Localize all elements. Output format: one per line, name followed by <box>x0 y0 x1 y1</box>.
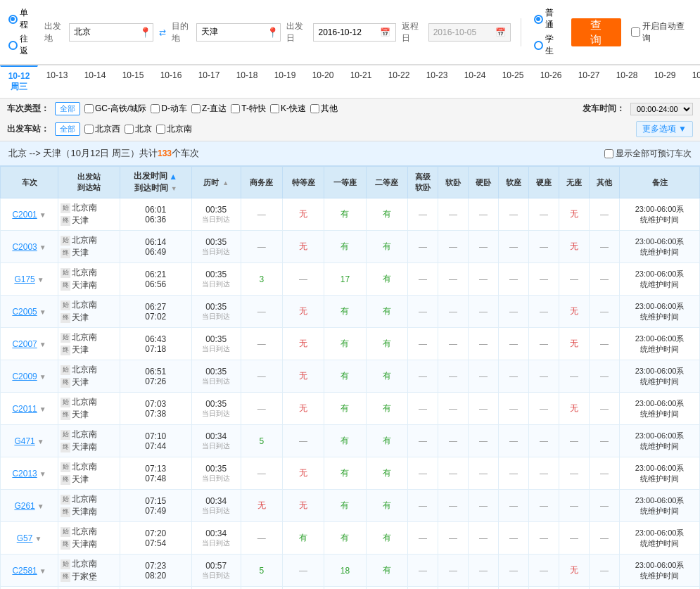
train-dropdown-7[interactable]: ▼ <box>37 438 44 445</box>
filter-t[interactable]: T-特快 <box>231 103 266 115</box>
train-num-link-9[interactable]: G261 <box>14 501 34 511</box>
train-dropdown-2[interactable]: ▼ <box>37 276 44 284</box>
to-station-0: 天津 <box>72 215 89 227</box>
date-tab-16[interactable]: 10-28 <box>608 65 646 98</box>
train-dropdown-9[interactable]: ▼ <box>37 502 44 510</box>
train-num-link-1[interactable]: C2003 <box>12 242 37 252</box>
round-trip-radio[interactable]: 往返 <box>8 33 36 57</box>
filter-row-2: 出发车站： 全部 北京西 北京 北京南 更多选项 ▼ <box>7 121 693 137</box>
from-station-5: 北京南 <box>72 364 97 376</box>
date-tab-2[interactable]: 10-14 <box>76 65 114 98</box>
depart-date-box[interactable]: 📅 <box>313 23 395 42</box>
train-dropdown-8[interactable]: ▼ <box>39 470 46 478</box>
station-bj[interactable]: 北京 <box>125 123 152 135</box>
from-field-group: 出发地 📍 <box>44 20 153 44</box>
station-all-btn[interactable]: 全部 <box>55 122 80 136</box>
to-input-box[interactable]: 📍 <box>196 23 281 42</box>
depart-time-5: 06:51 <box>122 367 189 376</box>
train-dropdown-0[interactable]: ▼ <box>39 211 46 219</box>
cell-wz-0: 无 <box>559 198 590 231</box>
from-station-icon-3: 始 <box>61 300 70 310</box>
time-select[interactable]: 00:00-24:00 <box>630 103 693 115</box>
table-header-row: 车次 出发站到达站 出发时间▲ 到达时间▼ 历时 ▲ 商务座 特等座 一等座 二… <box>1 167 700 198</box>
cell-note-4: 23:00-06:00系统维护时间 <box>620 328 700 360</box>
cell-qt-12: — <box>590 587 620 590</box>
date-tab-8[interactable]: 10-20 <box>304 65 342 98</box>
date-tab-15[interactable]: 10-27 <box>570 65 608 98</box>
station-bjs[interactable]: 北京南 <box>156 123 192 135</box>
single-trip-radio[interactable]: 单程 <box>8 7 36 31</box>
train-num-link-3[interactable]: C2005 <box>12 307 37 317</box>
cell-yd-6: 有 <box>324 393 366 425</box>
date-tab-4[interactable]: 10-16 <box>152 65 190 98</box>
train-num-link-6[interactable]: C2011 <box>12 404 37 414</box>
depart-date-input[interactable] <box>318 27 378 37</box>
date-tab-11[interactable]: 10-23 <box>418 65 456 98</box>
station-bjx[interactable]: 北京西 <box>84 123 120 135</box>
date-tab-0[interactable]: 10-12 周三 <box>0 65 38 98</box>
from-input[interactable] <box>74 27 137 37</box>
date-tab-3[interactable]: 10-15 <box>114 65 152 98</box>
auto-query-check[interactable] <box>631 27 640 37</box>
date-tab-5[interactable]: 10-17 <box>190 65 228 98</box>
filter-d[interactable]: D-动车 <box>151 103 187 115</box>
date-tab-12[interactable]: 10-24 <box>456 65 494 98</box>
cell-rw-8: — <box>438 457 468 490</box>
date-tab-18[interactable]: 10-30 <box>684 65 700 98</box>
cell-gj-8: — <box>407 457 438 490</box>
return-date-box[interactable]: 📅 <box>428 23 511 42</box>
train-num-link-11[interactable]: C2581 <box>12 566 37 576</box>
train-num-link-2[interactable]: G175 <box>14 274 34 284</box>
arrive-time-6: 07:38 <box>122 409 189 419</box>
result-header: 北京 --> 天津（10月12日 周三）共计133个车次 显示全部可预订车次 <box>0 141 700 166</box>
train-dropdown-11[interactable]: ▼ <box>39 567 46 575</box>
date-tab-14[interactable]: 10-26 <box>532 65 570 98</box>
date-tab-9[interactable]: 10-21 <box>342 65 380 98</box>
filter-k[interactable]: K-快速 <box>270 103 306 115</box>
train-num-link-8[interactable]: C2013 <box>12 469 37 479</box>
cell-yz-2: — <box>529 263 559 296</box>
cell-yz-12: — <box>529 587 559 590</box>
date-tab-17[interactable]: 10-29 <box>646 65 684 98</box>
from-label: 出发地 <box>44 20 67 44</box>
train-num-link-10[interactable]: G57 <box>17 533 33 543</box>
filter-all-btn[interactable]: 全部 <box>55 102 80 115</box>
train-num-link-0[interactable]: C2001 <box>12 210 37 220</box>
train-num-link-7[interactable]: G471 <box>14 436 34 446</box>
date-tab-6[interactable]: 10-18 <box>228 65 266 98</box>
train-num-link-5[interactable]: C2009 <box>12 372 37 381</box>
cell-gj-12: — <box>407 587 438 590</box>
cell-yd-3: 有 <box>324 296 366 328</box>
cell-qt-0: — <box>590 198 620 231</box>
cell-yw-11: — <box>468 555 498 587</box>
to-station-11: 于家堡 <box>72 571 97 583</box>
date-tab-1[interactable]: 10-13 <box>38 65 76 98</box>
train-dropdown-5[interactable]: ▼ <box>39 373 46 381</box>
cell-rz-5: — <box>498 360 528 393</box>
filter-z[interactable]: Z-直达 <box>191 103 227 115</box>
cell-train-num-0: C2001 ▼ <box>1 198 58 231</box>
train-num-link-4[interactable]: C2007 <box>12 339 37 349</box>
query-button[interactable]: 查询 <box>571 18 621 46</box>
filter-other[interactable]: 其他 <box>310 103 338 115</box>
show-all-checkbox[interactable]: 显示全部可预订车次 <box>604 148 692 160</box>
filter-gc[interactable]: GC-高铁/城际 <box>84 103 146 115</box>
auto-query-checkbox[interactable]: 开启自动查询 <box>631 20 692 44</box>
train-dropdown-1[interactable]: ▼ <box>39 243 46 251</box>
train-dropdown-6[interactable]: ▼ <box>39 405 46 413</box>
return-date-input[interactable] <box>433 27 493 37</box>
student-ticket-radio[interactable]: 学生 <box>534 33 561 57</box>
more-options-btn[interactable]: 更多选项 ▼ <box>636 121 693 137</box>
train-dropdown-10[interactable]: ▼ <box>34 535 42 543</box>
train-dropdown-4[interactable]: ▼ <box>39 341 46 348</box>
date-tab-7[interactable]: 10-19 <box>266 65 304 98</box>
train-dropdown-3[interactable]: ▼ <box>39 308 46 316</box>
from-input-box[interactable]: 📍 <box>69 23 153 42</box>
cell-rz-11: — <box>498 555 528 587</box>
show-all-check[interactable] <box>604 149 613 158</box>
date-tab-10[interactable]: 10-22 <box>380 65 418 98</box>
swap-icon[interactable]: ⇄ <box>159 27 166 37</box>
date-tab-13[interactable]: 10-25 <box>494 65 532 98</box>
normal-ticket-radio[interactable]: 普通 <box>534 7 561 31</box>
to-input[interactable] <box>201 27 265 37</box>
